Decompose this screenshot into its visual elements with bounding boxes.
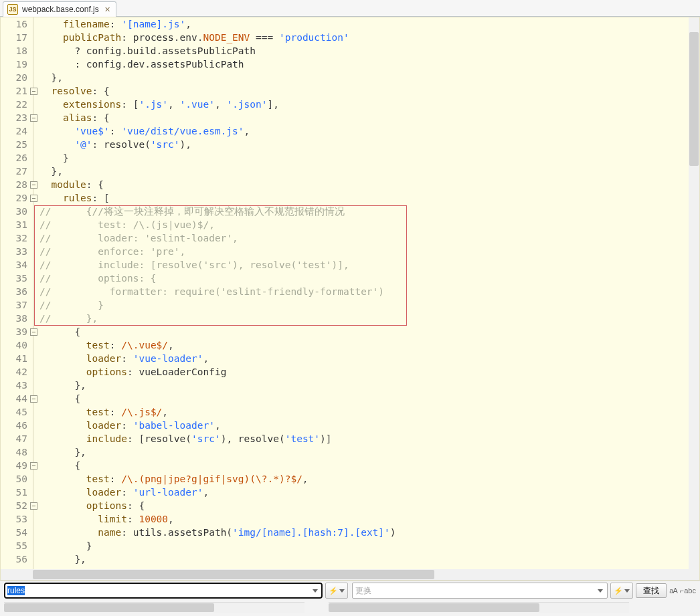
code-line[interactable]: 40 test: /\.vue$/,	[1, 338, 689, 352]
code-line[interactable]: 39 {	[1, 325, 689, 338]
whole-word-toggle[interactable]: ⌐abc	[680, 587, 696, 595]
code-text[interactable]: },	[39, 445, 689, 459]
code-line[interactable]: 38// },	[1, 312, 689, 325]
case-sensitive-toggle[interactable]: aA	[669, 587, 677, 595]
code-line[interactable]: 53 limit: 10000,	[1, 512, 689, 526]
fold-gutter[interactable]	[29, 84, 39, 98]
code-line[interactable]: 42 options: vueLoaderConfig	[1, 365, 689, 379]
code-text[interactable]: {	[39, 392, 689, 405]
code-text[interactable]: // {//将这一块注释掉，即可解决空格输入不规范报错的情况	[39, 205, 689, 218]
code-text[interactable]: : config.dev.assetsPublicPath	[39, 58, 689, 71]
code-text[interactable]: // },	[39, 312, 689, 325]
code-line[interactable]: 45 test: /\.js$/,	[1, 405, 689, 419]
code-text[interactable]: test: /\.vue$/,	[39, 338, 689, 352]
horizontal-scroll-thumb[interactable]	[33, 570, 434, 579]
code-line[interactable]: 52 options: {	[1, 499, 689, 512]
fold-toggle-icon[interactable]	[30, 195, 37, 202]
fold-toggle-icon[interactable]	[30, 502, 37, 510]
code-line[interactable]: 49 {	[1, 459, 689, 472]
horizontal-scrollbar[interactable]	[1, 569, 689, 580]
fold-toggle-icon[interactable]	[30, 462, 37, 470]
code-text[interactable]: loader: 'url-loader',	[39, 486, 689, 499]
fold-gutter[interactable]	[29, 191, 39, 205]
code-text[interactable]: resolve: {	[39, 84, 689, 98]
code-line[interactable]: 55 }	[1, 539, 689, 552]
close-icon[interactable]: ✕	[104, 5, 110, 14]
code-line[interactable]: 16 filename: '[name].js',	[1, 17, 689, 31]
code-text[interactable]: module: {	[39, 178, 689, 191]
code-line[interactable]: 29 rules: [	[1, 191, 689, 205]
vertical-scroll-thumb[interactable]	[689, 32, 699, 166]
replace-tools-button[interactable]: ⚡	[610, 583, 633, 599]
code-text[interactable]: // }	[39, 298, 689, 312]
code-line[interactable]: 27 },	[1, 165, 689, 178]
code-line[interactable]: 25 '@': resolve('src'),	[1, 138, 689, 151]
code-text[interactable]: ? config.build.assetsPublicPath	[39, 44, 689, 58]
code-text[interactable]: test: /\.(png|jpe?g|gif|svg)(\?.*)?$/,	[39, 472, 689, 486]
code-line[interactable]: 41 loader: 'vue-loader',	[1, 352, 689, 365]
fold-gutter[interactable]	[29, 325, 39, 338]
code-text[interactable]: test: /\.js$/,	[39, 405, 689, 419]
code-line[interactable]: 36// formatter: require('eslint-friendly…	[1, 285, 689, 298]
vertical-scrollbar[interactable]	[689, 17, 699, 569]
code-text[interactable]: // formatter: require('eslint-friendly-f…	[39, 285, 689, 298]
code-line[interactable]: 47 include: [resolve('src'), resolve('te…	[1, 432, 689, 445]
replace-h-scrollbar[interactable]	[329, 602, 629, 613]
code-text[interactable]: publicPath: process.env.NODE_ENV === 'pr…	[39, 31, 689, 44]
fold-gutter[interactable]	[29, 111, 39, 124]
code-text[interactable]: },	[39, 379, 689, 392]
code-editor[interactable]: 16 filename: '[name].js',17 publicPath: …	[0, 17, 700, 581]
code-line[interactable]: 51 loader: 'url-loader',	[1, 486, 689, 499]
code-text[interactable]: extensions: ['.js', '.vue', '.json'],	[39, 98, 689, 111]
fold-toggle-icon[interactable]	[30, 395, 37, 403]
replace-history-dropdown[interactable]	[595, 585, 606, 597]
code-text[interactable]: },	[39, 552, 689, 566]
code-line[interactable]: 56 },	[1, 552, 689, 566]
code-text[interactable]: // options: {	[39, 272, 689, 285]
fold-toggle-icon[interactable]	[30, 181, 37, 189]
code-text[interactable]: }	[39, 539, 689, 552]
fold-gutter[interactable]	[29, 499, 39, 512]
code-line[interactable]: 23 alias: {	[1, 111, 689, 124]
find-h-scrollbar[interactable]	[4, 602, 304, 613]
code-area[interactable]: 16 filename: '[name].js',17 publicPath: …	[1, 17, 689, 566]
fold-gutter[interactable]	[29, 459, 39, 472]
code-text[interactable]: },	[39, 165, 689, 178]
code-text[interactable]: filename: '[name].js',	[39, 17, 689, 31]
code-text[interactable]: options: vueLoaderConfig	[39, 365, 689, 379]
code-line[interactable]: 50 test: /\.(png|jpe?g|gif|svg)(\?.*)?$/…	[1, 472, 689, 486]
code-line[interactable]: 24 'vue$': 'vue/dist/vue.esm.js',	[1, 124, 689, 138]
code-text[interactable]: }	[39, 151, 689, 165]
code-line[interactable]: 44 {	[1, 392, 689, 405]
code-text[interactable]: include: [resolve('src'), resolve('test'…	[39, 432, 689, 445]
code-text[interactable]: // enforce: 'pre',	[39, 245, 689, 258]
code-line[interactable]: 21 resolve: {	[1, 84, 689, 98]
code-line[interactable]: 46 loader: 'babel-loader',	[1, 419, 689, 432]
code-line[interactable]: 26 }	[1, 151, 689, 165]
code-text[interactable]: name: utils.assetsPath('img/[name].[hash…	[39, 526, 689, 539]
find-tools-button[interactable]: ⚡	[325, 583, 348, 599]
code-text[interactable]: options: {	[39, 499, 689, 512]
code-text[interactable]: // loader: 'eslint-loader',	[39, 231, 689, 245]
code-line[interactable]: 32// loader: 'eslint-loader',	[1, 231, 689, 245]
code-line[interactable]: 54 name: utils.assetsPath('img/[name].[h…	[1, 526, 689, 539]
code-text[interactable]: '@': resolve('src'),	[39, 138, 689, 151]
code-line[interactable]: 22 extensions: ['.js', '.vue', '.json'],	[1, 98, 689, 111]
code-text[interactable]: {	[39, 325, 689, 338]
code-line[interactable]: 35// options: {	[1, 272, 689, 285]
fold-gutter[interactable]	[29, 178, 39, 191]
code-line[interactable]: 37// }	[1, 298, 689, 312]
code-line[interactable]: 43 },	[1, 379, 689, 392]
code-text[interactable]: loader: 'babel-loader',	[39, 419, 689, 432]
code-text[interactable]: {	[39, 459, 689, 472]
code-line[interactable]: 17 publicPath: process.env.NODE_ENV === …	[1, 31, 689, 44]
code-line[interactable]: 33// enforce: 'pre',	[1, 245, 689, 258]
code-line[interactable]: 19 : config.dev.assetsPublicPath	[1, 58, 689, 71]
code-text[interactable]: },	[39, 71, 689, 84]
file-tab[interactable]: JS webpack.base.conf.js ✕	[3, 1, 116, 17]
fold-toggle-icon[interactable]	[30, 114, 37, 122]
code-line[interactable]: 18 ? config.build.assetsPublicPath	[1, 44, 689, 58]
replace-input[interactable]	[352, 583, 608, 599]
code-text[interactable]: // include: [resolve('src'), resolve('te…	[39, 258, 689, 272]
fold-toggle-icon[interactable]	[30, 328, 37, 336]
